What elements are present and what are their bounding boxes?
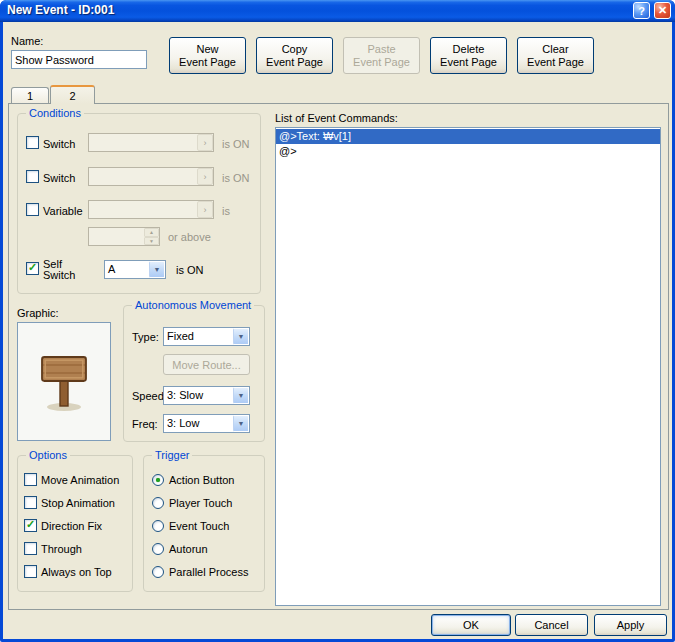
self-switch-suffix: is ON	[176, 264, 204, 276]
switch1-select[interactable]: ›	[88, 133, 214, 152]
option-stop-animation-label: Stop Animation	[41, 497, 115, 509]
trigger-action-button-label: Action Button	[169, 474, 234, 486]
movement-freq-select[interactable]: 3: Low ▼	[163, 414, 250, 433]
wooden-sign-image	[36, 351, 92, 413]
trigger-parallel-process-radio[interactable]	[152, 566, 164, 578]
variable-value	[89, 201, 197, 218]
switch1-label: Switch	[43, 138, 75, 150]
movement-speed-label: Speed:	[132, 390, 167, 402]
option-move-animation-label: Move Animation	[41, 474, 119, 486]
switch2-suffix: is ON	[222, 172, 250, 184]
trigger-event-touch-radio[interactable]	[152, 520, 164, 532]
option-always-on-top-label: Always on Top	[41, 566, 112, 578]
switch1-suffix: is ON	[222, 138, 250, 150]
option-always-on-top-checkbox[interactable]	[24, 565, 37, 578]
variable-picker-icon[interactable]: ›	[197, 201, 213, 218]
trigger-autorun-label: Autorun	[169, 543, 208, 555]
switch1-picker-icon[interactable]: ›	[197, 134, 213, 151]
autonomous-movement-title: Autonomous Movement	[132, 299, 254, 311]
dialog-body: Name: New Event Page Copy Event Page Pas…	[3, 22, 672, 639]
trigger-autorun-radio[interactable]	[152, 543, 164, 555]
movement-type-select[interactable]: Fixed ▼	[163, 327, 250, 346]
graphic-preview[interactable]	[17, 322, 111, 441]
option-through-checkbox[interactable]	[24, 542, 37, 555]
command-row[interactable]: @>	[276, 144, 660, 159]
trigger-event-touch-label: Event Touch	[169, 520, 229, 532]
ok-button[interactable]: OK	[431, 614, 511, 636]
help-button[interactable]: ?	[633, 2, 650, 19]
title-bar[interactable]: New Event - ID:001 ? ✕	[0, 0, 675, 22]
event-commands-label: List of Event Commands:	[275, 112, 398, 124]
chevron-down-icon[interactable]: ▼	[149, 261, 165, 278]
variable-select[interactable]: ›	[88, 200, 214, 219]
chevron-down-icon[interactable]: ▼	[233, 328, 249, 345]
conditions-group-title: Conditions	[26, 107, 84, 119]
command-row[interactable]: @>Text: ₩v[1]	[276, 129, 660, 144]
copy-event-page-button[interactable]: Copy Event Page	[256, 37, 333, 74]
movement-speed-select[interactable]: 3: Slow ▼	[163, 386, 250, 405]
graphic-label: Graphic:	[17, 307, 59, 319]
switch2-value	[89, 168, 197, 185]
spin-up-icon[interactable]: ▲	[144, 228, 159, 237]
variable-suffix: is	[222, 205, 230, 217]
new-event-page-button[interactable]: New Event Page	[169, 37, 246, 74]
options-group-title: Options	[26, 449, 70, 461]
name-label: Name:	[11, 35, 43, 47]
name-input[interactable]	[11, 50, 147, 69]
option-direction-fix-label: Direction Fix	[41, 520, 102, 532]
tab-page-1[interactable]: 1	[11, 87, 49, 103]
switch2-checkbox[interactable]	[26, 170, 39, 183]
movement-freq-label: Freq:	[132, 418, 158, 430]
movement-speed-value: 3: Slow	[164, 387, 233, 404]
switch2-label: Switch	[43, 172, 75, 184]
variable-amount-value	[89, 228, 144, 245]
self-switch-checkbox[interactable]	[26, 262, 39, 275]
switch2-select[interactable]: ›	[88, 167, 214, 186]
move-route-button[interactable]: Move Route...	[163, 354, 250, 375]
cancel-button[interactable]: Cancel	[515, 614, 588, 636]
trigger-player-touch-radio[interactable]	[152, 497, 164, 509]
self-switch-label: Self Switch	[43, 259, 75, 281]
option-move-animation-checkbox[interactable]	[24, 473, 37, 486]
option-through-label: Through	[41, 543, 82, 555]
event-commands-list[interactable]: @>Text: ₩v[1] @>	[275, 127, 661, 606]
variable-amount-spinner: ▲ ▼	[144, 228, 159, 245]
tab-page-2[interactable]: 2	[50, 85, 95, 104]
option-stop-animation-checkbox[interactable]	[24, 496, 37, 509]
option-direction-fix-checkbox[interactable]	[24, 519, 37, 532]
options-group: Options Move Animation Stop Animation Di…	[17, 455, 133, 592]
movement-freq-value: 3: Low	[164, 415, 233, 432]
chevron-down-icon[interactable]: ▼	[233, 415, 249, 432]
trigger-player-touch-label: Player Touch	[169, 497, 232, 509]
trigger-action-button-radio[interactable]	[152, 474, 164, 486]
trigger-parallel-process-label: Parallel Process	[169, 566, 248, 578]
window-title: New Event - ID:001	[7, 3, 114, 17]
self-switch-value: A	[105, 261, 149, 278]
variable-amount-suffix: or above	[168, 231, 211, 243]
switch2-picker-icon[interactable]: ›	[197, 168, 213, 185]
trigger-group-title: Trigger	[152, 449, 192, 461]
paste-event-page-button[interactable]: Paste Event Page	[343, 37, 420, 74]
movement-type-value: Fixed	[164, 328, 233, 345]
clear-event-page-button[interactable]: Clear Event Page	[517, 37, 594, 74]
dialog-window: New Event - ID:001 ? ✕ Name: New Event P…	[0, 0, 675, 642]
close-button[interactable]: ✕	[654, 2, 671, 19]
spin-down-icon[interactable]: ▼	[144, 237, 159, 246]
variable-checkbox[interactable]	[26, 203, 39, 216]
apply-button[interactable]: Apply	[594, 614, 667, 636]
delete-event-page-button[interactable]: Delete Event Page	[430, 37, 507, 74]
trigger-group: Trigger Action Button Player Touch Event…	[143, 455, 265, 592]
switch1-checkbox[interactable]	[26, 136, 39, 149]
self-switch-select[interactable]: A ▼	[104, 260, 166, 279]
conditions-group: Conditions Switch › is ON Switch › is ON…	[17, 113, 261, 294]
switch1-value	[89, 134, 197, 151]
chevron-down-icon[interactable]: ▼	[233, 387, 249, 404]
movement-type-label: Type:	[132, 331, 159, 343]
variable-label: Variable	[43, 205, 83, 217]
autonomous-movement-group: Autonomous Movement Type: Fixed ▼ Move R…	[123, 305, 265, 442]
variable-amount-input[interactable]: ▲ ▼	[88, 227, 160, 246]
